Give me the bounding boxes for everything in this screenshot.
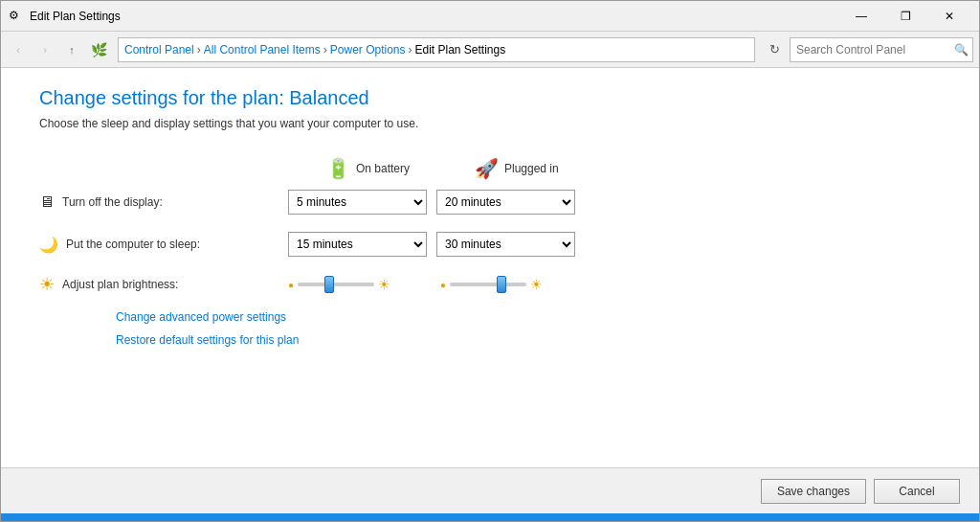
window-title: Edit Plan Settings bbox=[30, 10, 839, 23]
cancel-button[interactable]: Cancel bbox=[874, 479, 960, 504]
nav-up-button[interactable]: ↑ bbox=[60, 38, 83, 61]
col-battery-header: 🔋 On battery bbox=[326, 157, 475, 180]
window-controls: — ❐ ✕ bbox=[839, 1, 971, 32]
brightness-plugged-max-icon: ☀ bbox=[530, 277, 543, 292]
address-bar: ‹ › ↑ 🌿 Control Panel › All Control Pane… bbox=[1, 32, 979, 68]
sleep-battery-select[interactable]: 1 minute 2 minutes 3 minutes 5 minutes 1… bbox=[288, 232, 427, 257]
plugged-icon: 🚀 bbox=[475, 157, 499, 180]
display-label-text: Turn off the display: bbox=[62, 195, 163, 209]
title-bar: ⚙ Edit Plan Settings — ❐ ✕ bbox=[1, 1, 979, 32]
sleep-plugged-select[interactable]: 1 minute 2 minutes 3 minutes 5 minutes 1… bbox=[436, 232, 575, 257]
display-controls: 1 minute 2 minutes 3 minutes 5 minutes 1… bbox=[288, 190, 575, 215]
breadcrumb-control-panel[interactable]: Control Panel bbox=[124, 43, 194, 57]
save-button[interactable]: Save changes bbox=[761, 479, 866, 504]
page-subheading: Choose the sleep and display settings th… bbox=[39, 117, 941, 130]
window-icon: ⚙ bbox=[9, 9, 24, 24]
sleep-label: 🌙 Put the computer to sleep: bbox=[39, 236, 288, 254]
search-wrapper: 🔍 bbox=[790, 37, 973, 62]
plugged-label: Plugged in bbox=[504, 162, 559, 175]
breadcrumb: Control Panel › All Control Panel Items … bbox=[118, 37, 755, 62]
restore-defaults-link[interactable]: Restore default settings for this plan bbox=[116, 333, 941, 347]
breadcrumb-current: Edit Plan Settings bbox=[414, 43, 505, 57]
minimize-button[interactable]: — bbox=[839, 1, 883, 32]
sleep-row: 🌙 Put the computer to sleep: 1 minute 2 … bbox=[39, 232, 941, 257]
restore-button[interactable]: ❐ bbox=[883, 1, 927, 32]
brightness-icon: ☀ bbox=[39, 274, 55, 295]
advanced-settings-link[interactable]: Change advanced power settings bbox=[116, 310, 941, 324]
search-input[interactable] bbox=[790, 37, 973, 62]
brightness-label: ☀ Adjust plan brightness: bbox=[39, 274, 288, 295]
sleep-icon: 🌙 bbox=[39, 236, 58, 254]
brightness-row: ☀ Adjust plan brightness: ● ☀ ● ☀ bbox=[39, 274, 941, 295]
nav-back-button[interactable]: ‹ bbox=[7, 38, 30, 61]
brightness-plugged-group: ● ☀ bbox=[440, 277, 589, 292]
display-plugged-select[interactable]: 1 minute 2 minutes 3 minutes 5 minutes 1… bbox=[436, 190, 575, 215]
sleep-label-text: Put the computer to sleep: bbox=[66, 238, 200, 251]
brightness-battery-slider[interactable] bbox=[298, 283, 374, 286]
close-button[interactable]: ✕ bbox=[927, 1, 971, 32]
brightness-battery-min-icon: ● bbox=[288, 280, 294, 290]
taskbar bbox=[1, 513, 979, 521]
brightness-plugged-min-icon: ● bbox=[440, 280, 446, 290]
nav-icon-button[interactable]: 🌿 bbox=[87, 38, 110, 61]
breadcrumb-all-items[interactable]: All Control Panel Items bbox=[204, 43, 321, 57]
breadcrumb-power-options[interactable]: Power Options bbox=[330, 43, 406, 57]
col-plugged-header: 🚀 Plugged in bbox=[475, 157, 623, 180]
brightness-plugged-slider[interactable] bbox=[450, 283, 526, 286]
display-icon: 🖥 bbox=[39, 193, 55, 211]
brightness-battery-group: ● ☀ bbox=[288, 277, 436, 292]
nav-forward-button[interactable]: › bbox=[33, 38, 56, 61]
brightness-battery-max-icon: ☀ bbox=[378, 277, 390, 292]
window: ⚙ Edit Plan Settings — ❐ ✕ ‹ › ↑ 🌿 Contr… bbox=[0, 0, 980, 522]
links-section: Change advanced power settings Restore d… bbox=[116, 310, 941, 347]
battery-icon: 🔋 bbox=[326, 157, 350, 180]
search-button[interactable]: 🔍 bbox=[950, 39, 971, 60]
sleep-controls: 1 minute 2 minutes 3 minutes 5 minutes 1… bbox=[288, 232, 575, 257]
content-area: Change settings for the plan: Balanced C… bbox=[1, 68, 979, 467]
display-row: 🖥 Turn off the display: 1 minute 2 minut… bbox=[39, 190, 941, 215]
bottom-bar: Save changes Cancel bbox=[1, 467, 979, 513]
brightness-label-text: Adjust plan brightness: bbox=[62, 278, 178, 291]
refresh-button[interactable]: ↻ bbox=[763, 38, 786, 61]
battery-label: On battery bbox=[356, 162, 410, 175]
page-heading: Change settings for the plan: Balanced bbox=[39, 87, 941, 109]
display-battery-select[interactable]: 1 minute 2 minutes 3 minutes 5 minutes 1… bbox=[288, 190, 427, 215]
display-label: 🖥 Turn off the display: bbox=[39, 193, 288, 211]
